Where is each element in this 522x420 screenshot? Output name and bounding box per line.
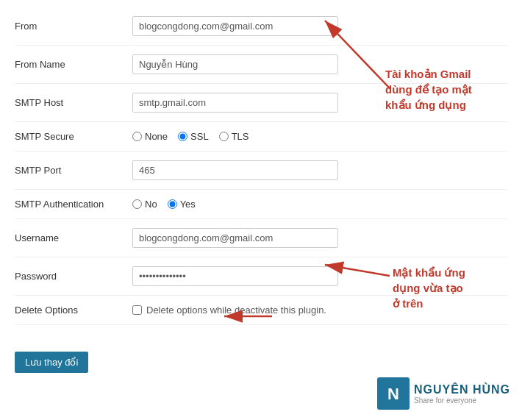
- svg-line-2: [325, 265, 390, 276]
- logo-text: NGUYÊN HÙNG Share for everyone: [414, 383, 510, 405]
- logo-area: N NGUYÊN HÙNG Share for everyone: [377, 377, 510, 410]
- annotation-arrows: [0, 0, 522, 420]
- svg-text:N: N: [387, 385, 399, 403]
- logo-name: NGUYÊN HÙNG: [414, 383, 510, 396]
- logo-icon: N: [377, 377, 410, 410]
- svg-line-1: [325, 21, 390, 88]
- logo-tagline: Share for everyone: [414, 396, 510, 405]
- annotation-text-1: Tài khoản Gmaildùng để tạo mậtkhẩu ứng d…: [385, 66, 510, 113]
- annotation-text-2: Mật khẩu ứngdụng vừa tạoở trên: [393, 265, 510, 311]
- main-container: From From Name SMTP Host SMTP Secure Non…: [0, 0, 522, 420]
